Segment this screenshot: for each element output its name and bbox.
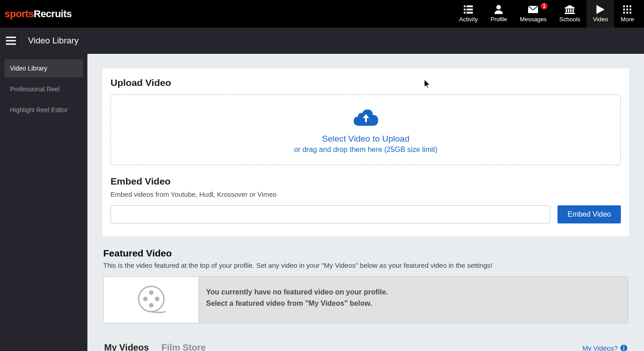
play-icon bbox=[596, 5, 605, 14]
sidebar-item-highlight-editor[interactable]: Highlight Reel Editor bbox=[5, 101, 83, 119]
svg-rect-21 bbox=[630, 12, 631, 14]
svg-rect-10 bbox=[570, 9, 572, 12]
sidebar: Video Library Professional Reel Highligh… bbox=[0, 54, 87, 351]
sidebar-item-label: Video Library bbox=[10, 65, 47, 72]
svg-rect-8 bbox=[566, 9, 567, 12]
my-videos-help-link[interactable]: My Videos? bbox=[582, 344, 627, 351]
main-layout: Video Library Professional Reel Highligh… bbox=[0, 54, 644, 351]
help-link-text: My Videos? bbox=[582, 344, 618, 351]
svg-point-32 bbox=[623, 346, 624, 346]
upload-card: Upload Video Select Video to Upload or d… bbox=[102, 68, 629, 236]
cloud-upload-icon bbox=[354, 108, 378, 128]
svg-rect-22 bbox=[6, 37, 16, 38]
svg-rect-14 bbox=[626, 5, 628, 7]
top-nav: sportsRecruits Activity Profile Messages… bbox=[0, 0, 644, 28]
content-inner: Upload Video Select Video to Upload or d… bbox=[87, 54, 644, 351]
embed-title: Embed Video bbox=[111, 176, 621, 187]
sidebar-item-label: Highlight Reel Editor bbox=[10, 106, 68, 114]
svg-rect-5 bbox=[466, 12, 473, 14]
svg-rect-17 bbox=[626, 9, 628, 10]
sidebar-item-label: Professional Reel bbox=[10, 85, 60, 93]
nav-activity[interactable]: Activity bbox=[453, 0, 484, 28]
svg-rect-1 bbox=[466, 5, 473, 7]
messages-badge: 1 bbox=[541, 3, 548, 9]
list-icon bbox=[464, 5, 473, 14]
featured-title: Featured Video bbox=[103, 248, 628, 259]
nav-label: Schools bbox=[559, 16, 580, 23]
nav-label: Video bbox=[593, 16, 608, 23]
nav-messages[interactable]: Messages 1 bbox=[514, 0, 553, 28]
tab-my-videos[interactable]: My Videos bbox=[104, 342, 149, 351]
svg-point-6 bbox=[496, 5, 501, 9]
svg-rect-24 bbox=[6, 43, 16, 45]
svg-point-27 bbox=[143, 297, 148, 301]
page-title: Video Library bbox=[22, 36, 79, 46]
svg-rect-2 bbox=[464, 9, 466, 10]
upload-dropzone[interactable]: Select Video to Upload or drag and drop … bbox=[111, 95, 621, 165]
grid-icon bbox=[623, 5, 631, 14]
embed-description: Embed videos from Youtube, Hudl, Krossov… bbox=[111, 190, 621, 198]
svg-rect-9 bbox=[568, 9, 569, 12]
envelope-icon bbox=[528, 5, 538, 14]
sub-header: Video Library bbox=[0, 28, 644, 54]
nav-label: Messages bbox=[520, 16, 547, 23]
logo-part2: Recruits bbox=[34, 8, 72, 19]
nav-items: Activity Profile Messages 1 Schools Vi bbox=[453, 0, 640, 28]
upload-title: Upload Video bbox=[111, 77, 621, 88]
svg-rect-19 bbox=[623, 12, 625, 14]
svg-rect-4 bbox=[464, 12, 466, 14]
person-icon bbox=[495, 5, 503, 14]
featured-video-box: You currently have no featured video on … bbox=[103, 276, 628, 323]
svg-point-29 bbox=[149, 303, 154, 308]
featured-empty-line2: Select a featured video from "My Videos"… bbox=[206, 298, 620, 309]
bank-icon bbox=[565, 5, 575, 14]
svg-rect-18 bbox=[630, 9, 631, 10]
svg-rect-0 bbox=[464, 5, 466, 7]
svg-rect-11 bbox=[572, 9, 574, 12]
svg-point-25 bbox=[139, 286, 164, 312]
sidebar-item-video-library[interactable]: Video Library bbox=[5, 59, 83, 77]
svg-point-26 bbox=[149, 290, 154, 295]
svg-rect-12 bbox=[565, 13, 575, 14]
featured-description: This is the video featured at the top of… bbox=[103, 261, 628, 269]
hamburger-icon bbox=[6, 37, 16, 45]
nav-label: More bbox=[620, 16, 634, 23]
embed-url-input[interactable] bbox=[111, 205, 550, 223]
featured-empty-text: You currently have no featured video on … bbox=[199, 277, 628, 323]
svg-point-28 bbox=[155, 297, 159, 301]
svg-rect-16 bbox=[623, 9, 625, 10]
videos-tabs: My Videos Film Store My Videos? bbox=[103, 342, 628, 351]
svg-rect-31 bbox=[624, 347, 625, 350]
logo[interactable]: sportsRecruits bbox=[4, 8, 72, 20]
nav-label: Profile bbox=[490, 16, 507, 23]
svg-rect-13 bbox=[623, 5, 625, 7]
nav-more[interactable]: More bbox=[614, 0, 640, 28]
content-area: Upload Video Select Video to Upload or d… bbox=[87, 54, 644, 351]
dropzone-select-text: Select Video to Upload bbox=[322, 134, 409, 144]
nav-profile[interactable]: Profile bbox=[484, 0, 514, 28]
logo-part1: sports bbox=[5, 8, 34, 19]
tab-film-store[interactable]: Film Store bbox=[162, 342, 206, 351]
sidebar-item-professional-reel[interactable]: Professional Reel bbox=[5, 80, 83, 98]
featured-section: Featured Video This is the video feature… bbox=[102, 248, 629, 351]
hamburger-button[interactable] bbox=[0, 28, 22, 54]
film-reel-icon bbox=[137, 285, 166, 314]
featured-thumbnail-placeholder bbox=[104, 277, 199, 323]
embed-video-button[interactable]: Embed Video bbox=[557, 205, 621, 223]
svg-rect-20 bbox=[626, 12, 628, 14]
dropzone-drag-text: or drag and drop them here (25GB size li… bbox=[294, 146, 437, 154]
featured-empty-line1: You currently have no featured video on … bbox=[206, 287, 620, 298]
svg-rect-23 bbox=[6, 40, 16, 42]
svg-rect-3 bbox=[466, 9, 473, 10]
nav-schools[interactable]: Schools bbox=[553, 0, 586, 28]
nav-label: Activity bbox=[459, 16, 478, 23]
embed-row: Embed Video bbox=[111, 205, 621, 223]
nav-video[interactable]: Video bbox=[586, 0, 614, 28]
info-icon bbox=[620, 345, 627, 351]
svg-rect-15 bbox=[630, 5, 631, 7]
